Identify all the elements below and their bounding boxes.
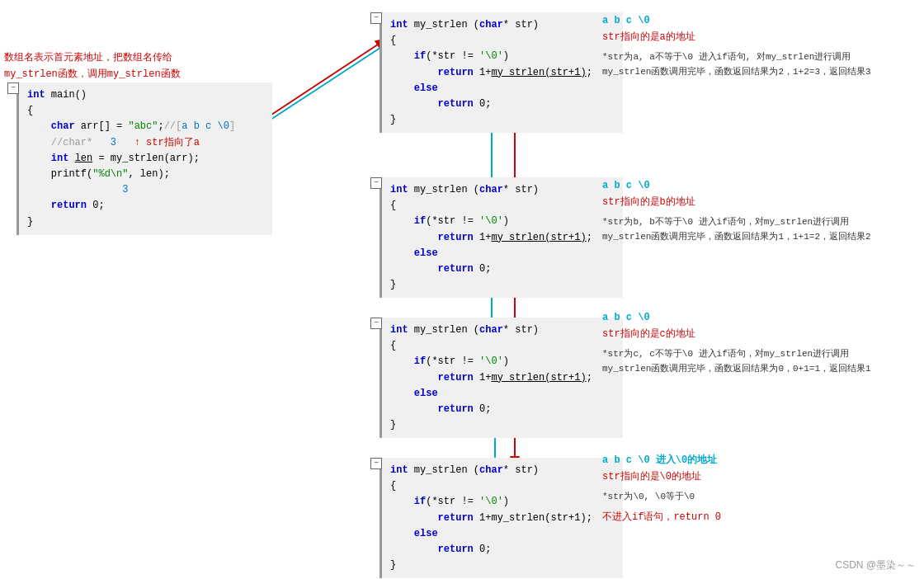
strlen-call2-block: − int my_strlen (char* str) { if(*str !=… <box>380 177 623 298</box>
main-code-block: − int main() { char arr[] = "abc";//[a b… <box>16 82 272 235</box>
strlen-call3-block: − int my_strlen (char* str) { if(*str !=… <box>380 318 623 438</box>
call3-annotation: a b c \0 str指向的是c的地址 *str为c, c不等于\0 进入if… <box>602 309 871 377</box>
left-ann-line2: my_strlen函数，调用my_strlen函数 <box>4 66 181 82</box>
left-ann-line1: 数组名表示首元素地址，把数组名传给 <box>4 49 181 66</box>
collapse-call2[interactable]: − <box>370 177 382 189</box>
left-annotation: 数组名表示首元素地址，把数组名传给 my_strlen函数，调用my_strle… <box>4 49 181 83</box>
collapse-call1[interactable]: − <box>370 12 382 24</box>
call4-annotation: a b c \0 进入\0的地址 str指向的是\0的地址 *str为\0, \… <box>602 452 721 526</box>
call2-annotation: a b c \0 str指向的是b的地址 *str为b, b不等于\0 进入if… <box>602 177 871 245</box>
collapse-call3[interactable]: − <box>370 318 382 329</box>
watermark: CSDN @墨染～～ <box>835 558 916 572</box>
collapse-call4[interactable]: − <box>370 458 382 469</box>
strlen-call4-block: − int my_strlen (char* str) { if(*str !=… <box>380 458 623 578</box>
collapse-main[interactable]: − <box>7 82 19 94</box>
call1-annotation: a b c \0 str指向的是a的地址 *str为a, a不等于\0 进入if… <box>602 12 871 80</box>
strlen-call1-block: − int my_strlen (char* str) { if(*str !=… <box>380 12 623 133</box>
